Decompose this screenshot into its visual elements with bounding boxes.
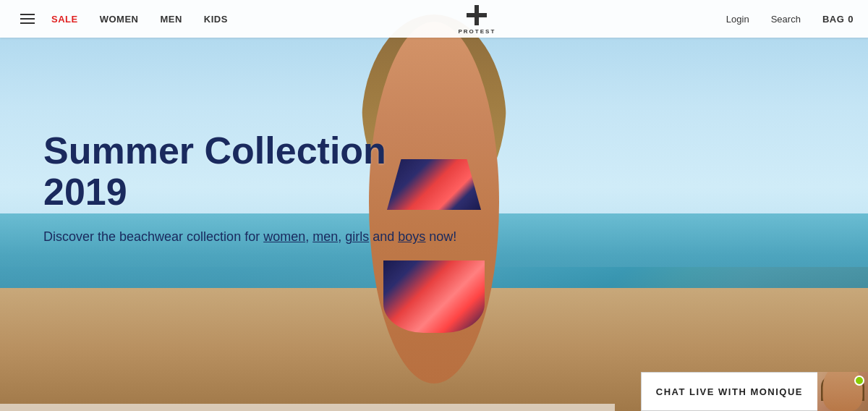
nav-right: Login Search BAG 0	[726, 14, 854, 25]
bag-button[interactable]: BAG 0	[822, 14, 854, 25]
chat-button-label: CHAT LIVE WITH MONIQUE	[656, 386, 803, 397]
chat-agent-avatar[interactable]	[817, 372, 868, 411]
hero-subtitle: Discover the beachwear collection for wo…	[43, 227, 477, 247]
protest-logo-icon	[465, 4, 488, 27]
hero-link-men[interactable]: men	[312, 229, 338, 244]
svg-rect-1	[467, 13, 487, 17]
nav-center: PROTEST	[228, 4, 726, 35]
navbar: SALE WOMEN MEN KIDS PROTEST Login Search…	[0, 0, 868, 38]
hero-link-boys[interactable]: boys	[398, 229, 425, 244]
hamburger-line-2	[20, 18, 35, 20]
bag-count: 0	[848, 14, 854, 25]
hero-link-women[interactable]: women	[263, 229, 305, 244]
login-link[interactable]: Login	[726, 14, 749, 25]
chat-live-button[interactable]: CHAT LIVE WITH MONIQUE	[641, 372, 817, 411]
bag-label: BAG	[822, 14, 844, 25]
brand-name: PROTEST	[458, 28, 495, 35]
bikini-bottom	[383, 260, 485, 333]
hero-link-girls[interactable]: girls	[345, 229, 369, 244]
search-link[interactable]: Search	[771, 14, 801, 25]
brand-logo[interactable]: PROTEST	[458, 4, 495, 35]
hero-title: Summer Collection 2019	[43, 130, 477, 213]
online-status-indicator	[854, 376, 864, 386]
hero-content: Summer Collection 2019 Discover the beac…	[43, 130, 477, 247]
nav-link-women[interactable]: WOMEN	[100, 14, 139, 25]
nav-link-men[interactable]: MEN	[160, 14, 182, 25]
nav-links: SALE WOMEN MEN KIDS	[51, 14, 228, 25]
chat-widget: CHAT LIVE WITH MONIQUE	[641, 372, 868, 411]
nav-link-kids[interactable]: KIDS	[204, 14, 228, 25]
bottom-bar-hint	[0, 404, 615, 411]
hero-section: SALE WOMEN MEN KIDS PROTEST Login Search…	[0, 0, 868, 411]
hamburger-line-1	[20, 14, 35, 15]
nav-link-sale[interactable]: SALE	[51, 14, 78, 25]
hamburger-line-3	[20, 22, 35, 24]
hamburger-menu-button[interactable]	[14, 8, 41, 30]
